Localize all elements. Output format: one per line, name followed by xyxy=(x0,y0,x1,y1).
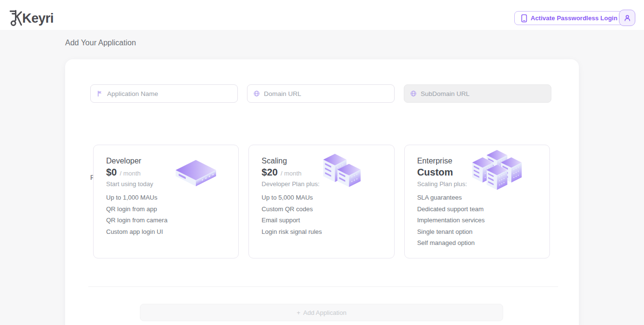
plan-feature: Implementation services xyxy=(417,215,485,226)
plan-feature: Up to 1,000 MAUs xyxy=(106,192,167,203)
server-farm-illustration xyxy=(470,150,527,194)
app-header: Keyri Activate Passwordless Login xyxy=(0,0,644,30)
add-application-label: Add Application xyxy=(303,309,346,316)
subdomain-url-field xyxy=(404,84,551,103)
card-divider xyxy=(88,286,558,287)
plan-price: $0 xyxy=(106,167,117,178)
plan-subtitle: Start using today xyxy=(106,180,153,188)
plan-card-developer[interactable]: Developer $0 / month Start using today U… xyxy=(93,145,239,258)
plan-name: Developer xyxy=(106,157,141,165)
plan-feature: QR login from camera xyxy=(106,215,167,226)
plan-feature: QR login from app xyxy=(106,203,167,215)
plan-card-scaling[interactable]: Scaling $20 / month Developer Plan plus:… xyxy=(248,145,394,258)
globe-icon xyxy=(253,90,260,97)
globe-icon xyxy=(410,90,417,97)
plans-row: Developer $0 / month Start using today U… xyxy=(93,145,550,258)
domain-url-input[interactable] xyxy=(264,85,391,102)
person-icon xyxy=(623,14,631,22)
plan-feature: Custom QR codes xyxy=(261,203,322,215)
plan-subtitle: Developer Plan plus: xyxy=(261,180,319,188)
plus-icon: + xyxy=(297,309,301,316)
page-title: Add Your Application xyxy=(65,39,136,47)
activate-passwordless-login-label: Activate Passwordless Login xyxy=(531,14,617,22)
plan-price-row: Custom xyxy=(417,167,456,178)
keyri-key-icon xyxy=(8,9,23,28)
plan-feature: Single tenant option xyxy=(417,226,485,238)
plan-feature: Login risk signal rules xyxy=(261,226,322,238)
plan-features: SLA guarantees Dedicated support team Im… xyxy=(417,192,485,249)
plan-period: / month xyxy=(281,170,301,177)
plan-price-row: $0 / month xyxy=(106,167,141,178)
add-application-card: Plans Developer $0 / month Start using t… xyxy=(65,59,579,325)
plan-price: $20 xyxy=(261,167,277,178)
subdomain-url-input xyxy=(421,85,548,102)
plan-period: / month xyxy=(120,170,140,177)
server-towers-illustration xyxy=(321,153,362,190)
plan-features: Up to 5,000 MAUs Custom QR codes Email s… xyxy=(261,192,322,237)
plan-features: Up to 1,000 MAUs QR login from app QR lo… xyxy=(106,192,167,237)
plan-price: Custom xyxy=(417,167,453,178)
plan-feature: Email support xyxy=(261,215,322,226)
plan-name: Scaling xyxy=(261,157,287,165)
application-form-fields xyxy=(90,84,551,103)
plan-subtitle: Scaling Plan plus: xyxy=(417,180,467,188)
plan-card-enterprise[interactable]: Enterprise Custom Scaling Plan plus: SLA… xyxy=(404,145,550,258)
server-box-illustration xyxy=(175,159,217,188)
activate-passwordless-login-button[interactable]: Activate Passwordless Login xyxy=(514,11,624,25)
logo-text: Keyri xyxy=(22,12,54,25)
flag-icon xyxy=(96,90,103,97)
user-account-button[interactable] xyxy=(619,10,635,26)
phone-icon xyxy=(521,14,527,23)
domain-url-field[interactable] xyxy=(247,84,395,103)
plan-feature: Up to 5,000 MAUs xyxy=(261,192,322,203)
plan-price-row: $20 / month xyxy=(261,167,301,178)
application-name-field[interactable] xyxy=(90,84,238,103)
plan-feature: Custom app login UI xyxy=(106,226,167,238)
plan-feature: Self managed option xyxy=(417,237,485,249)
keyri-logo[interactable]: Keyri xyxy=(8,9,54,28)
application-name-input[interactable] xyxy=(107,85,234,102)
plan-feature: Dedicated support team xyxy=(417,203,485,215)
add-application-button[interactable]: + Add Application xyxy=(140,304,503,321)
plan-name: Enterprise xyxy=(417,157,452,165)
